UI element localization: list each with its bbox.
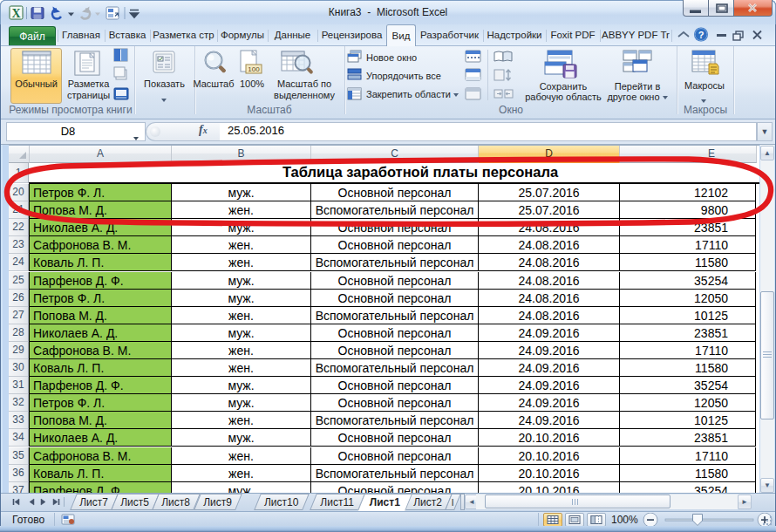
svg-text:100: 100 [248, 65, 260, 73]
svg-text:X: X [11, 7, 20, 20]
svg-text:?: ? [698, 30, 705, 40]
